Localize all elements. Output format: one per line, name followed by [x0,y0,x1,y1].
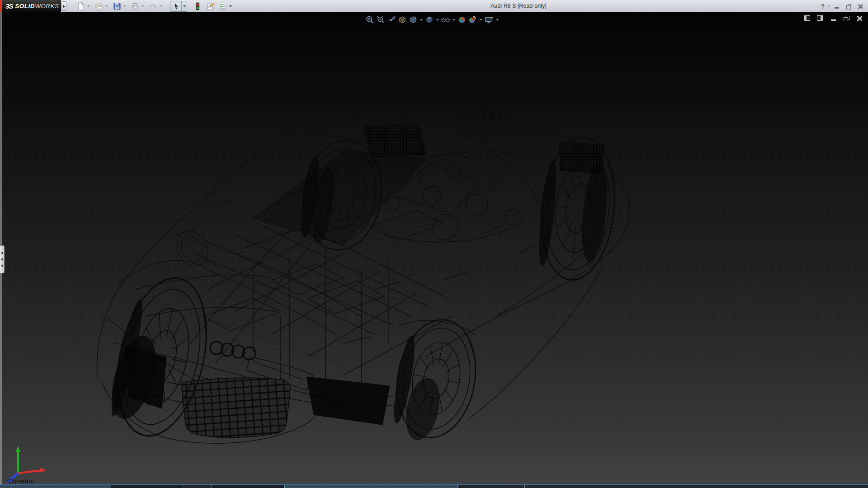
printer-icon [131,2,139,10]
view-settings-button[interactable] [484,14,495,25]
cursor-arrow-icon [172,2,180,10]
chevron-left-icon [1,258,3,261]
section-view-icon [398,15,407,24]
hide-show-items-button[interactable] [440,14,451,25]
open-button[interactable] [94,1,104,11]
chevron-right-icon [63,5,65,8]
rebuild-button[interactable] [193,1,203,11]
zoom-to-area-icon [376,15,385,24]
taskbar-segment[interactable] [0,485,111,488]
zoom-to-area-button[interactable] [375,14,386,25]
hide-show-items-dropdown[interactable] [451,14,457,25]
view-settings-icon [484,15,494,24]
view-orientation-icon [409,15,418,24]
chevron-left-icon [1,264,3,267]
print-dropdown[interactable] [140,1,146,11]
taskbar-segment[interactable] [285,485,458,488]
window-controls: ? [820,0,865,12]
window-title: Audi R8 S [Read-only] [491,3,547,9]
display-style-cube-icon [425,15,434,24]
solidworks-window: 3S SOLIDWORKS [0,0,868,488]
section-view-button[interactable] [397,14,408,25]
pane-left-icon [804,15,810,21]
select-dropdown[interactable] [181,1,187,11]
new-dropdown[interactable] [86,1,91,11]
car-wireframe [0,0,868,488]
view-orientation-button[interactable] [408,14,419,25]
open-dropdown[interactable] [104,1,109,11]
options-dropdown[interactable] [228,1,233,11]
minimize-button[interactable] [832,2,842,10]
previous-view-button[interactable] [386,14,397,25]
audi-rings-rear [476,108,509,122]
save-button[interactable] [112,1,122,11]
front-grille [182,378,290,437]
close-icon [858,4,863,9]
display-style-button[interactable] [424,14,435,25]
apply-scene-dropdown[interactable] [478,14,484,25]
display-style-dropdown[interactable] [435,14,440,25]
select-tool-group [170,1,187,12]
pane-right-button[interactable] [815,14,825,22]
appearance-ball-icon [458,15,467,24]
zoom-to-fit-button[interactable] [364,14,375,25]
y-axis-arrow [16,446,20,452]
taskbar-button[interactable] [212,485,285,488]
taskbar-edge [0,484,868,488]
file-properties-icon [206,2,215,10]
heads-up-view-toolbar [364,14,500,25]
graphics-viewport[interactable]: *Dimetric [0,12,868,484]
doc-restore-button[interactable] [841,14,851,22]
document-window-controls [802,14,864,22]
titlebar: 3S SOLIDWORKS [0,0,868,12]
main-toolbar [73,0,233,12]
zoom-to-fit-icon [365,15,374,24]
close-button[interactable] [855,2,865,10]
restore-icon [846,4,851,9]
view-orientation-dropdown[interactable] [419,14,424,25]
toolbar-expand-button[interactable] [61,1,66,11]
traffic-light-icon [193,2,202,10]
options-checklist-icon [219,2,227,10]
previous-view-icon [387,15,396,24]
eyeglasses-icon [441,15,451,24]
view-orientation-label: *Dimetric [5,477,34,485]
pane-left-button[interactable] [802,14,812,22]
help-icon[interactable]: ? [820,3,826,10]
save-dropdown[interactable] [122,1,127,11]
taskbar-divider [458,485,458,488]
save-floppy-icon [113,2,121,10]
undo-arrow-icon [149,2,157,10]
solidworks-logo: 3S SOLIDWORKS [0,0,61,12]
brand-solid: SOLID [15,3,35,9]
taskbar-divider [524,485,525,488]
minimize-icon [835,7,839,9]
print-button[interactable] [130,1,140,11]
options-button[interactable] [218,1,228,11]
ds-3s-logo-icon: 3S [5,2,13,10]
audi-rings-front [210,342,255,360]
x-axis-arrow [40,468,46,473]
taskbar-button[interactable] [111,485,183,488]
edit-appearance-button[interactable] [457,14,467,25]
minimize-icon [831,19,836,21]
file-properties-button[interactable] [205,1,215,11]
select-tool-button[interactable] [171,1,181,11]
close-icon [857,15,863,21]
restore-icon [844,16,849,21]
undo-dropdown[interactable] [158,1,164,11]
chevron-left-icon [1,252,3,254]
new-document-button[interactable] [76,1,86,11]
open-folder-icon [95,2,103,10]
panel-splitter-tab[interactable] [0,245,5,273]
help-dropdown[interactable] [827,5,830,7]
apply-scene-button[interactable] [467,14,478,25]
new-document-icon [77,2,85,10]
doc-close-button[interactable] [854,14,864,22]
logo-red-stripe [0,0,2,12]
doc-minimize-button[interactable] [828,14,838,22]
undo-button[interactable] [148,1,158,11]
restore-button[interactable] [844,2,854,10]
view-settings-dropdown[interactable] [495,14,500,25]
apply-scene-icon [468,15,478,24]
